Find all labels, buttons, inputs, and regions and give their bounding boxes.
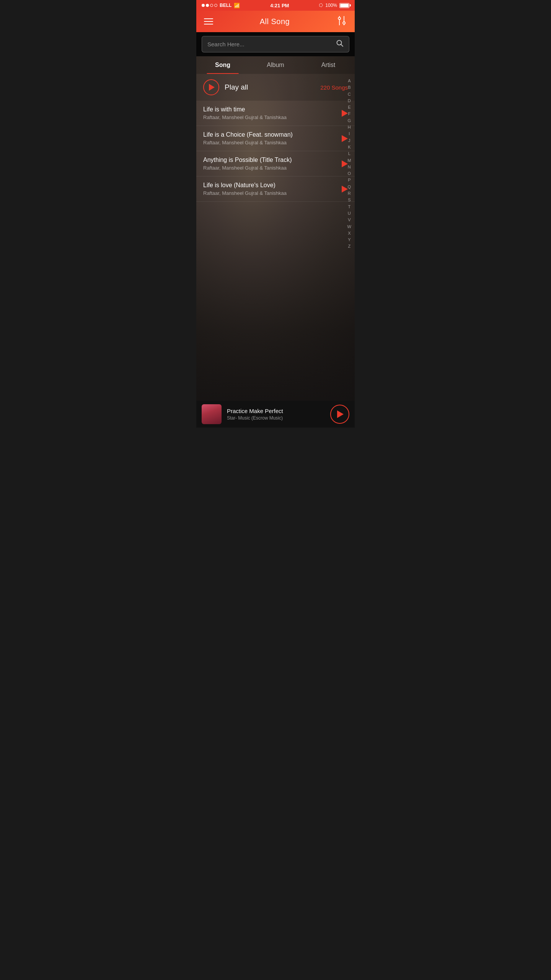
- svg-point-1: [343, 22, 345, 24]
- battery-fill: [340, 4, 349, 7]
- filler-area: [196, 202, 355, 355]
- signal-dot-1: [202, 4, 205, 7]
- alpha-H[interactable]: H: [346, 124, 352, 130]
- song-info-4: Life is love (Nature's Love) Raftaar, Ma…: [203, 182, 337, 196]
- wifi-icon: 📶: [234, 3, 240, 8]
- song-artist-4: Raftaar, Mansheel Gujral & Tanishkaa: [203, 190, 337, 196]
- play-all-circle: [203, 79, 219, 95]
- alpha-M[interactable]: M: [346, 157, 352, 163]
- battery-bar: [339, 3, 349, 8]
- play-all-button[interactable]: Play all: [203, 79, 248, 95]
- song-item-1[interactable]: Life is with time Raftaar, Mansheel Gujr…: [196, 101, 355, 126]
- song-artist-1: Raftaar, Mansheel Gujral & Tanishkaa: [203, 114, 337, 120]
- now-playing-artist: Star- Music (Escrow Music): [227, 415, 330, 421]
- now-playing-play-icon: [337, 410, 344, 418]
- carrier-label: BELL: [220, 3, 231, 8]
- song-title-4: Life is love (Nature's Love): [203, 182, 337, 189]
- now-playing-info: Practice Make Perfect Star- Music (Escro…: [227, 408, 330, 421]
- filter-button[interactable]: [336, 15, 347, 28]
- tab-bar: Song Album Artist: [196, 56, 355, 74]
- alpha-A[interactable]: A: [346, 78, 352, 84]
- alpha-W[interactable]: W: [346, 224, 352, 230]
- signal-dot-3: [210, 4, 213, 7]
- song-info-2: Life is a Choice (Feat. snowman) Raftaar…: [203, 131, 337, 145]
- now-playing-thumb-image: [202, 404, 222, 424]
- signal-dot-2: [206, 4, 209, 7]
- alpha-B[interactable]: B: [346, 84, 352, 90]
- song-item-3[interactable]: Anything is Possible (Title Track) Rafta…: [196, 151, 355, 176]
- now-playing-title: Practice Make Perfect: [227, 408, 330, 414]
- hamburger-line-3: [204, 24, 213, 24]
- alpha-O[interactable]: O: [346, 170, 352, 176]
- alpha-F[interactable]: F: [346, 111, 352, 117]
- search-input[interactable]: [207, 41, 336, 47]
- play-all-row: Play all 220 Songs: [196, 74, 355, 101]
- main-content: Song Album Artist Play all 220 Songs Lif…: [196, 56, 355, 401]
- now-playing-play-button[interactable]: [330, 405, 349, 424]
- play-all-icon: [209, 84, 215, 91]
- song-info-3: Anything is Possible (Title Track) Rafta…: [203, 157, 337, 171]
- hamburger-line-2: [204, 21, 213, 22]
- song-artist-2: Raftaar, Mansheel Gujral & Tanishkaa: [203, 140, 337, 145]
- tab-artist[interactable]: Artist: [302, 56, 355, 74]
- battery-percent: 100%: [325, 3, 337, 8]
- song-artist-3: Raftaar, Mansheel Gujral & Tanishkaa: [203, 165, 337, 171]
- alpha-P[interactable]: P: [346, 177, 352, 183]
- alpha-Z[interactable]: Z: [346, 243, 352, 249]
- tab-song[interactable]: Song: [196, 56, 249, 74]
- song-title-3: Anything is Possible (Title Track): [203, 157, 337, 163]
- alpha-Y[interactable]: Y: [346, 237, 352, 243]
- status-left: BELL 📶: [202, 3, 240, 8]
- alpha-I[interactable]: I: [346, 131, 352, 137]
- song-title-2: Life is a Choice (Feat. snowman): [203, 131, 337, 138]
- alpha-L[interactable]: L: [346, 150, 352, 157]
- status-time: 4:21 PM: [270, 3, 289, 8]
- search-container: [196, 32, 355, 56]
- alpha-G[interactable]: G: [346, 118, 352, 124]
- alpha-D[interactable]: D: [346, 98, 352, 104]
- alpha-X[interactable]: X: [346, 230, 352, 236]
- song-title-1: Life is with time: [203, 106, 337, 113]
- alpha-Q[interactable]: Q: [346, 184, 352, 190]
- song-list: Life is with time Raftaar, Mansheel Gujr…: [196, 101, 355, 202]
- alpha-K[interactable]: K: [346, 144, 352, 150]
- alpha-T[interactable]: T: [346, 204, 352, 210]
- status-bar: BELL 📶 4:21 PM ⭔ 100%: [196, 0, 355, 11]
- status-right: ⭔ 100%: [319, 3, 349, 8]
- search-button[interactable]: [336, 39, 344, 49]
- song-info-1: Life is with time Raftaar, Mansheel Gujr…: [203, 106, 337, 120]
- alpha-S[interactable]: S: [346, 197, 352, 203]
- svg-line-7: [341, 44, 343, 46]
- alpha-R[interactable]: R: [346, 190, 352, 196]
- play-all-label: Play all: [225, 83, 248, 91]
- alpha-J[interactable]: J: [346, 137, 352, 144]
- bluetooth-icon: ⭔: [319, 3, 323, 8]
- signal-dot-4: [214, 4, 217, 7]
- svg-point-0: [338, 17, 341, 20]
- songs-count: 220 Songs: [320, 84, 348, 91]
- now-playing-thumbnail[interactable]: [202, 404, 222, 424]
- song-item-2[interactable]: Life is a Choice (Feat. snowman) Raftaar…: [196, 126, 355, 151]
- search-box: [202, 36, 349, 52]
- page-title: All Song: [260, 17, 290, 26]
- menu-button[interactable]: [204, 18, 213, 24]
- tab-album[interactable]: Album: [249, 56, 302, 74]
- song-item-4[interactable]: Life is love (Nature's Love) Raftaar, Ma…: [196, 176, 355, 202]
- alpha-index: A B C D E F G H I J K L M N O P Q R S T …: [346, 78, 352, 250]
- alpha-E[interactable]: E: [346, 104, 352, 110]
- alpha-V[interactable]: V: [346, 217, 352, 223]
- now-playing-bar: Practice Make Perfect Star- Music (Escro…: [196, 401, 355, 428]
- alpha-N[interactable]: N: [346, 164, 352, 170]
- signal-dots: [202, 4, 217, 7]
- alpha-C[interactable]: C: [346, 91, 352, 97]
- hamburger-line-1: [204, 18, 213, 19]
- header: All Song: [196, 11, 355, 32]
- alpha-U[interactable]: U: [346, 210, 352, 216]
